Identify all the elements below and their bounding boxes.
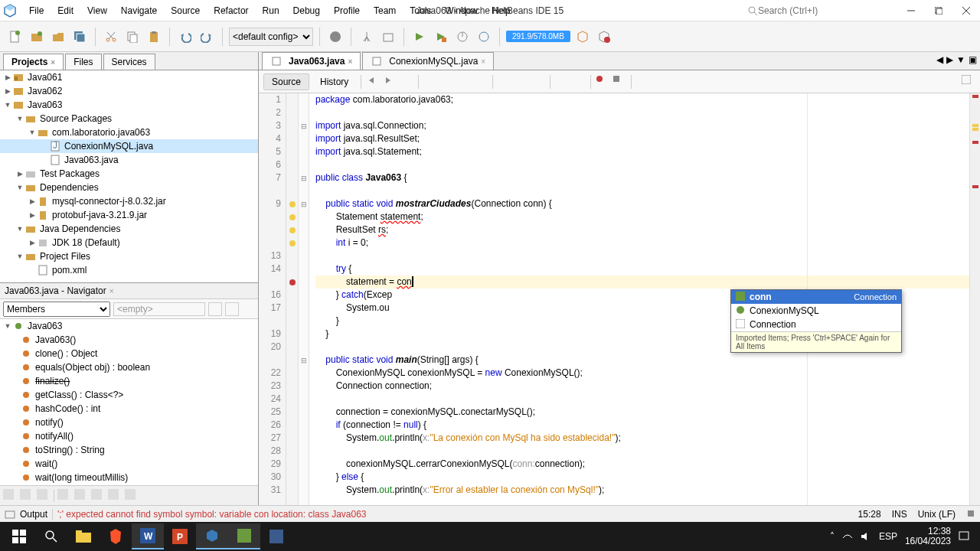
language-indicator[interactable]: ESP bbox=[879, 531, 897, 542]
editor-tab-conexion[interactable]: ConexionMySQL.java× bbox=[362, 52, 494, 70]
next-bookmark-button[interactable] bbox=[514, 75, 528, 89]
debug-button[interactable] bbox=[432, 28, 450, 46]
new-file-button[interactable] bbox=[6, 28, 24, 46]
minimize-button[interactable] bbox=[897, 2, 925, 20]
macro-record-button[interactable] bbox=[596, 75, 609, 89]
nav-back-button[interactable] bbox=[366, 75, 380, 89]
error-icon[interactable] bbox=[286, 276, 298, 289]
hint-icon[interactable] bbox=[286, 223, 298, 236]
menu-edit[interactable]: Edit bbox=[51, 3, 80, 18]
nav-btn[interactable] bbox=[125, 489, 139, 503]
toggle-bookmark-button[interactable] bbox=[531, 75, 545, 89]
tab-projects[interactable]: Projects× bbox=[3, 54, 64, 70]
editor-tab-java063[interactable]: Java063.java× bbox=[262, 52, 361, 70]
open-project-button[interactable] bbox=[49, 28, 67, 46]
run-button[interactable] bbox=[410, 28, 429, 46]
redo-button[interactable] bbox=[198, 28, 216, 46]
code-content[interactable]: package com.laboratorio.java063; import … bbox=[309, 93, 969, 505]
close-icon[interactable]: × bbox=[348, 57, 352, 66]
plugin-icon[interactable] bbox=[573, 28, 592, 46]
project-files-node[interactable]: ▼Project Files bbox=[0, 249, 258, 263]
cut-button[interactable] bbox=[102, 28, 120, 46]
nav-btn[interactable] bbox=[3, 489, 17, 503]
method-node[interactable]: equals(Object obj) : boolean bbox=[0, 360, 258, 374]
menu-debug[interactable]: Debug bbox=[287, 3, 326, 18]
project-node[interactable]: ▶Java062 bbox=[0, 84, 258, 98]
fold-margin[interactable]: ⊟⊟⊟⊟ bbox=[299, 93, 309, 505]
shift-left-button[interactable] bbox=[555, 75, 569, 89]
jar-node[interactable]: ▶protobuf-java-3.21.9.jar bbox=[0, 208, 258, 222]
insert-mode[interactable]: INS bbox=[892, 509, 907, 520]
close-icon[interactable]: × bbox=[51, 58, 55, 67]
compile-button[interactable] bbox=[379, 28, 397, 46]
nav-fwd-button[interactable] bbox=[383, 75, 397, 89]
method-node[interactable]: notify() bbox=[0, 416, 258, 429]
attach-debugger-button[interactable] bbox=[475, 28, 493, 46]
autocomplete-item[interactable]: ConexionMySQL bbox=[731, 304, 901, 318]
app-button[interactable] bbox=[260, 523, 292, 549]
notifications-icon[interactable] bbox=[966, 509, 975, 520]
search-button[interactable] bbox=[35, 523, 67, 549]
comment-button[interactable] bbox=[636, 75, 650, 89]
undo-button[interactable] bbox=[176, 28, 194, 46]
scroll-right-icon[interactable]: ▶ bbox=[946, 54, 953, 65]
project-tree[interactable]: ▶Java061 ▶Java062 ▼Java063 ▼Source Packa… bbox=[0, 70, 258, 283]
prev-bookmark-button[interactable] bbox=[498, 75, 511, 89]
search-input[interactable] bbox=[758, 5, 880, 16]
powerpoint-button[interactable]: P bbox=[164, 523, 196, 549]
method-node[interactable]: toString() : String bbox=[0, 443, 258, 457]
nav-btn[interactable] bbox=[37, 489, 51, 503]
java-file-node[interactable]: Java063.java bbox=[0, 153, 258, 167]
uncomment-button[interactable] bbox=[653, 75, 667, 89]
menu-source[interactable]: Source bbox=[165, 3, 206, 18]
build-button[interactable] bbox=[326, 28, 345, 46]
method-node[interactable]: finalize() bbox=[0, 374, 258, 388]
method-node[interactable]: notifyAll() bbox=[0, 429, 258, 443]
filter-input[interactable]: <empty> bbox=[113, 302, 205, 316]
autocomplete-popup[interactable]: conn Connection ConexionMySQL Connection… bbox=[730, 289, 902, 353]
dependencies-node[interactable]: ▼Dependencies bbox=[0, 181, 258, 194]
last-edit-button[interactable] bbox=[400, 75, 413, 89]
output-indicator-icon[interactable] bbox=[5, 509, 15, 520]
constructor-node[interactable]: Java063() bbox=[0, 333, 258, 347]
members-select[interactable]: Members bbox=[3, 302, 110, 317]
nav-btn[interactable] bbox=[20, 489, 34, 503]
code-editor[interactable]: 1234567913141617192022232425262728293031… bbox=[259, 93, 980, 505]
line-ending[interactable]: Unix (LF) bbox=[918, 509, 956, 520]
system-tray[interactable]: ˄ ESP 12:38 16/04/2023 bbox=[830, 527, 977, 546]
class-node[interactable]: ▼Java063 bbox=[0, 319, 258, 333]
app-button[interactable] bbox=[228, 523, 260, 549]
split-button[interactable] bbox=[962, 75, 975, 89]
close-icon[interactable]: × bbox=[481, 57, 485, 66]
history-tab[interactable]: History bbox=[312, 74, 356, 90]
start-button[interactable] bbox=[3, 523, 35, 549]
java-file-node[interactable]: JConexionMySQL.java bbox=[0, 139, 258, 153]
macro-stop-button[interactable] bbox=[612, 75, 626, 89]
clock[interactable]: 12:38 16/04/2023 bbox=[905, 527, 951, 546]
method-node[interactable]: hashCode() : int bbox=[0, 402, 258, 416]
menu-navigate[interactable]: Navigate bbox=[115, 3, 163, 18]
java-deps-node[interactable]: ▼Java Dependencies bbox=[0, 222, 258, 236]
method-node[interactable]: wait() bbox=[0, 457, 258, 471]
hint-icon[interactable] bbox=[286, 236, 298, 249]
test-packages-node[interactable]: ▶Test Packages bbox=[0, 167, 258, 181]
method-node[interactable]: getClass() : Class<?> bbox=[0, 388, 258, 402]
chevron-up-icon[interactable]: ˄ bbox=[830, 531, 835, 542]
menu-team[interactable]: Team bbox=[368, 3, 402, 18]
menu-refactor[interactable]: Refactor bbox=[207, 3, 254, 18]
find-next-button[interactable] bbox=[457, 75, 471, 89]
wifi-icon[interactable] bbox=[842, 532, 853, 541]
hint-icon[interactable] bbox=[286, 197, 298, 210]
source-tab[interactable]: Source bbox=[263, 73, 309, 90]
shift-right-button[interactable] bbox=[572, 75, 586, 89]
dropdown-icon[interactable]: ▼ bbox=[956, 54, 965, 65]
nav-btn[interactable] bbox=[91, 489, 105, 503]
clean-build-button[interactable] bbox=[358, 28, 376, 46]
menu-file[interactable]: File bbox=[23, 3, 50, 18]
method-node[interactable]: wait(long timeoutMillis) bbox=[0, 471, 258, 484]
project-node[interactable]: ▶Java061 bbox=[0, 70, 258, 84]
close-icon[interactable]: × bbox=[109, 287, 114, 295]
profile-button[interactable] bbox=[453, 28, 472, 46]
options-button[interactable] bbox=[225, 302, 239, 316]
maximize-icon[interactable]: ▣ bbox=[969, 54, 977, 65]
